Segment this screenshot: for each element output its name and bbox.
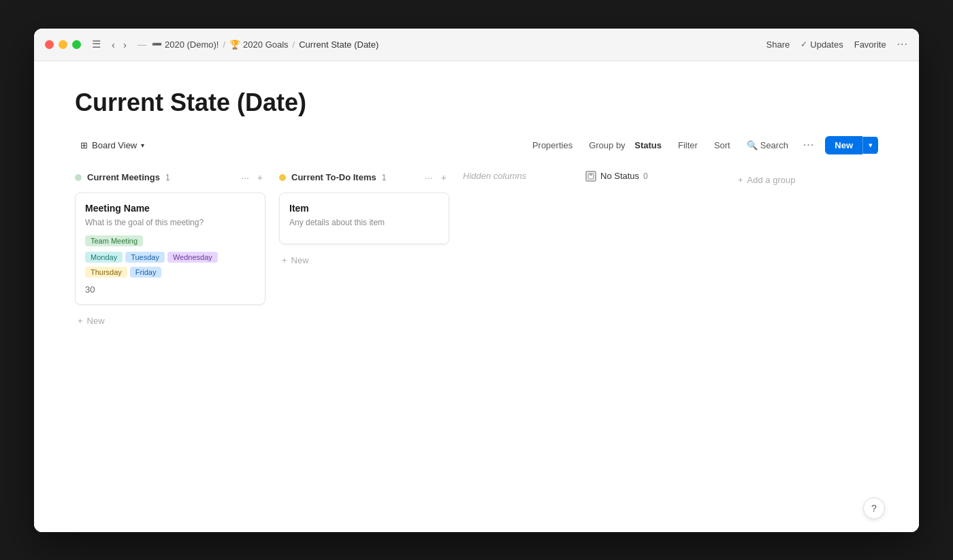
- forward-button[interactable]: ›: [120, 37, 129, 52]
- column-current-meetings: Current Meetings 1 ··· + Meeting Name Wh…: [75, 171, 265, 330]
- page-title: Current State (Date): [75, 88, 878, 117]
- tag-wednesday: Wednesday: [167, 252, 218, 263]
- tag-thursday: Thursday: [85, 267, 127, 278]
- card-title-item: Item: [289, 203, 439, 214]
- tag-team-meeting: Team Meeting: [85, 235, 143, 246]
- properties-button[interactable]: Properties: [528, 137, 577, 153]
- breadcrumb-demo[interactable]: ➖ 2020 (Demo)!: [152, 39, 219, 50]
- new-item-button-todo[interactable]: + New: [279, 251, 449, 269]
- favorite-button[interactable]: Favorite: [854, 39, 886, 50]
- add-group-section: + Add a group: [735, 171, 798, 189]
- plus-icon-todo: +: [282, 255, 287, 265]
- breadcrumb-current: Current State (Date): [299, 39, 378, 50]
- share-button[interactable]: Share: [766, 39, 790, 50]
- no-status-count: 0: [643, 171, 648, 181]
- main-content: Current State (Date) ⊞ Board View ▾ Prop…: [34, 61, 919, 532]
- new-item-button-meetings[interactable]: + New: [75, 312, 265, 330]
- breadcrumb-sep-2: /: [293, 39, 295, 50]
- card-item[interactable]: Item Any details about this item: [279, 193, 449, 244]
- column-header-meetings: Current Meetings 1 ··· +: [75, 171, 265, 184]
- maximize-button[interactable]: [72, 40, 81, 49]
- titlebar: ☰ ‹ › — ➖ 2020 (Demo)! / 🏆 2020 Goals / …: [34, 29, 919, 61]
- no-status-column: No Status 0: [585, 171, 722, 190]
- group-status-button[interactable]: Group by Status: [585, 137, 666, 153]
- card-subtitle-meeting: What is the goal of this meeting?: [85, 218, 255, 227]
- trophy-icon: 🏆: [229, 39, 240, 50]
- no-status-icon: [585, 171, 596, 182]
- tag-monday: Monday: [85, 252, 123, 263]
- card-number-meeting: 30: [85, 284, 255, 295]
- column-current-todo: Current To-Do Items 1 ··· + Item Any det…: [279, 171, 449, 269]
- dash-icon: —: [138, 39, 146, 50]
- sort-button[interactable]: Sort: [710, 137, 734, 153]
- dash-icon-small: ➖: [152, 39, 162, 49]
- column-count-todo: 1: [382, 173, 387, 182]
- breadcrumb: ➖ 2020 (Demo)! / 🏆 2020 Goals / Current …: [152, 39, 766, 50]
- titlebar-more-button[interactable]: ···: [897, 38, 908, 50]
- hamburger-icon[interactable]: ☰: [92, 38, 101, 50]
- column-count-meetings: 1: [165, 173, 170, 182]
- back-button[interactable]: ‹: [109, 37, 118, 52]
- card-subtitle-item: Any details about this item: [289, 218, 439, 227]
- tag-friday: Friday: [130, 267, 162, 278]
- column-header-todo: Current To-Do Items 1 ··· +: [279, 171, 449, 184]
- updates-button[interactable]: ✓ Updates: [801, 39, 843, 50]
- breadcrumb-sep-1: /: [223, 39, 225, 50]
- column-more-button-meetings[interactable]: ···: [238, 171, 252, 184]
- chevron-down-icon: ▾: [141, 142, 144, 149]
- board: Current Meetings 1 ··· + Meeting Name Wh…: [75, 171, 878, 330]
- plus-icon-group: +: [738, 175, 743, 185]
- breadcrumb-goals[interactable]: 🏆 2020 Goals: [229, 39, 289, 50]
- titlebar-actions: Share ✓ Updates Favorite ···: [766, 38, 908, 50]
- no-status-title: No Status: [600, 171, 639, 181]
- column-title-todo: Current To-Do Items: [291, 172, 376, 182]
- toolbar-more-button[interactable]: ···: [801, 136, 817, 154]
- traffic-lights: [45, 40, 81, 49]
- search-button[interactable]: 🔍 Search: [743, 137, 792, 153]
- new-button-group: New ▾: [825, 136, 878, 154]
- column-add-button-meetings[interactable]: +: [255, 171, 265, 184]
- column-add-button-todo[interactable]: +: [438, 171, 449, 184]
- new-button[interactable]: New: [825, 136, 862, 154]
- minimize-button[interactable]: [59, 40, 67, 49]
- card-tags-row: Team Meeting: [85, 234, 255, 248]
- board-icon: ⊞: [80, 140, 88, 150]
- tag-tuesday: Tuesday: [125, 252, 165, 263]
- search-icon: 🔍: [747, 140, 758, 150]
- svg-rect-1: [589, 174, 592, 176]
- add-group-button[interactable]: + Add a group: [735, 171, 798, 189]
- filter-button[interactable]: Filter: [674, 137, 702, 153]
- hidden-columns-header: Hidden columns: [463, 171, 572, 181]
- toolbar-right: Properties Group by Status Filter Sort 🔍…: [528, 136, 878, 154]
- column-more-button-todo[interactable]: ···: [422, 171, 436, 184]
- column-header-actions-todo: ··· +: [422, 171, 449, 184]
- app-window: ☰ ‹ › — ➖ 2020 (Demo)! / 🏆 2020 Goals / …: [34, 29, 919, 532]
- column-dot-meetings: [75, 174, 82, 181]
- help-button[interactable]: ?: [863, 497, 885, 519]
- group-status-value: [630, 140, 632, 150]
- card-day-tags-row: Monday Tuesday Wednesday Thursday Friday: [85, 250, 255, 279]
- card-title-meeting: Meeting Name: [85, 203, 255, 214]
- hidden-columns: Hidden columns: [463, 171, 572, 189]
- board-view-button[interactable]: ⊞ Board View ▾: [75, 137, 150, 153]
- column-header-actions-meetings: ··· +: [238, 171, 265, 184]
- plus-icon-meetings: +: [78, 316, 83, 326]
- toolbar: ⊞ Board View ▾ Properties Group by Statu…: [75, 136, 878, 154]
- close-button[interactable]: [45, 40, 54, 49]
- floppy-icon: [587, 173, 594, 180]
- no-status-header: No Status 0: [585, 171, 722, 182]
- toolbar-left: ⊞ Board View ▾: [75, 137, 150, 153]
- nav-arrows: ‹ ›: [109, 37, 129, 52]
- new-dropdown-button[interactable]: ▾: [862, 137, 878, 154]
- column-dot-todo: [279, 174, 286, 181]
- card-meeting-name[interactable]: Meeting Name What is the goal of this me…: [75, 193, 265, 305]
- hidden-columns-label: Hidden columns: [463, 171, 526, 181]
- check-icon: ✓: [801, 39, 807, 49]
- column-title-meetings: Current Meetings: [87, 172, 160, 182]
